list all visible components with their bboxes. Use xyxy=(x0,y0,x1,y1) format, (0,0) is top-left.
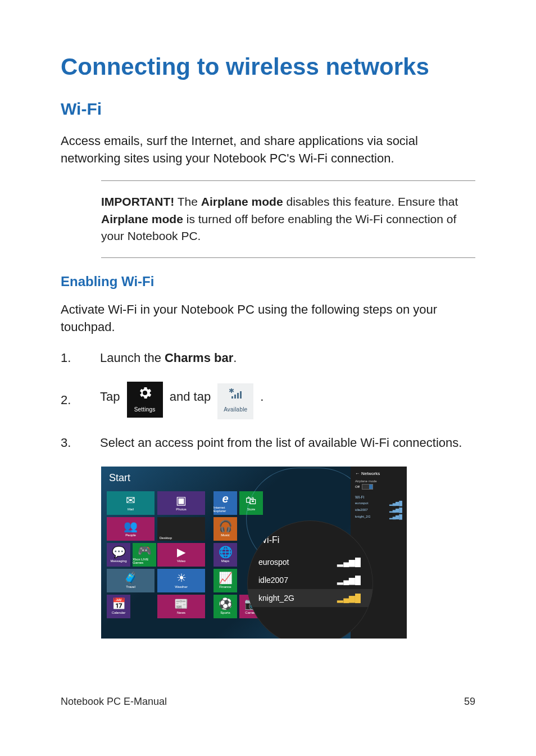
photos-icon: ▣ xyxy=(176,495,187,506)
network-item[interactable]: idle2007▂▄▆█ xyxy=(355,508,402,513)
tile-maps[interactable]: 🌐Maps xyxy=(214,543,237,567)
gear-icon xyxy=(137,385,153,404)
tile-people-label: People xyxy=(125,533,136,537)
settings-charm-tile[interactable]: Settings xyxy=(127,382,163,418)
tile-desktop[interactable]: Desktop xyxy=(157,517,205,541)
tile-calendar[interactable]: 📅Calendar xyxy=(107,595,130,618)
tile-video[interactable]: ▶Video xyxy=(157,543,205,567)
tile-maps-label: Maps xyxy=(221,559,230,563)
step-3: 3. Select an access point from the list … xyxy=(61,434,475,452)
step-2-number: 2. xyxy=(61,391,73,409)
wifi-network-row[interactable]: eurospot▂▄▆█ xyxy=(247,553,373,571)
news-icon: 📰 xyxy=(174,598,188,609)
step-2-post: . xyxy=(260,390,264,404)
enabling-intro: Activate Wi-Fi in your Notebook PC using… xyxy=(61,301,475,336)
tile-news[interactable]: 📰News xyxy=(157,595,205,618)
travel-icon: 🧳 xyxy=(124,572,138,583)
tile-music-label: Music xyxy=(221,533,230,537)
screenshot-figure: Start ✉Mail ▣Photos eInternet Explorer 🛍… xyxy=(101,467,407,639)
page-footer: Notebook PC E-Manual 59 xyxy=(61,696,475,708)
note-text-1: The xyxy=(174,195,201,208)
footer-page-number: 59 xyxy=(464,696,475,708)
signal-bars-icon: ▂▄▆█ xyxy=(337,576,361,585)
tile-sports[interactable]: ⚽Sports xyxy=(214,595,237,618)
maps-icon: 🌐 xyxy=(219,546,233,558)
airplane-mode-row: Off xyxy=(355,484,402,490)
svg-rect-2 xyxy=(234,395,236,399)
section-heading-wifi: Wi-Fi xyxy=(61,99,475,119)
tile-travel[interactable]: 🧳Travel xyxy=(107,569,155,592)
tile-ie-label: Internet Explorer xyxy=(214,506,237,513)
step-1-number: 1. xyxy=(61,349,73,367)
svg-rect-4 xyxy=(240,391,242,399)
step-1-post: . xyxy=(233,351,237,365)
step-1: 1. Launch the Charms bar. xyxy=(61,349,475,367)
tile-weather-label: Weather xyxy=(175,585,188,588)
tile-calendar-label: Calendar xyxy=(112,611,125,614)
svg-rect-3 xyxy=(237,393,239,399)
network-item-label: knight_2G xyxy=(355,515,370,518)
airplane-mode-state: Off xyxy=(355,485,360,488)
step-3-text: Select an access point from the list of … xyxy=(100,434,475,452)
step-2: 2. Tap Settings and tap ✱ xyxy=(61,382,475,419)
tile-messaging[interactable]: 💬Messaging xyxy=(107,543,130,567)
finance-icon: 📈 xyxy=(219,572,233,583)
footer-doc-title: Notebook PC E-Manual xyxy=(61,696,167,708)
weather-icon: ☀ xyxy=(176,572,187,583)
settings-charm-label: Settings xyxy=(134,406,156,414)
step-2-pre: Tap xyxy=(100,390,124,404)
step-3-number: 3. xyxy=(61,434,73,452)
tile-mail-label: Mail xyxy=(128,508,134,511)
calendar-icon: 📅 xyxy=(112,598,126,609)
signal-bars-icon: ▂▄▆█ xyxy=(389,514,402,519)
back-arrow-icon[interactable]: ← xyxy=(355,471,360,476)
signal-bars-icon: ▂▄▆█ xyxy=(389,508,402,513)
note-text-2: disables this feature. Ensure that xyxy=(283,195,458,208)
tile-photos-label: Photos xyxy=(176,508,187,511)
available-network-label: Available xyxy=(224,406,247,414)
store-icon: 🛍 xyxy=(246,495,257,506)
tile-desktop-label: Desktop xyxy=(160,536,172,540)
wifi-network-name: eurospot xyxy=(258,558,289,567)
wifi-network-row[interactable]: idle2007▂▄▆█ xyxy=(247,571,373,589)
tile-games[interactable]: 🎮Xbox LIVE Games xyxy=(133,543,156,567)
video-icon: ▶ xyxy=(177,546,185,558)
tile-photos[interactable]: ▣Photos xyxy=(157,491,205,515)
wifi-network-name: knight_2G xyxy=(258,594,294,603)
note-term-1: Airplane mode xyxy=(201,195,283,208)
note-label: IMPORTANT! xyxy=(101,195,174,208)
networks-wifi-section: Wi-Fi xyxy=(355,495,402,499)
signal-bars-icon: ▂▄▆█ xyxy=(337,594,361,603)
signal-bars-icon: ▂▄▆█ xyxy=(337,558,361,567)
network-item[interactable]: knight_2G▂▄▆█ xyxy=(355,514,402,519)
sports-icon: ⚽ xyxy=(219,598,233,609)
tile-finance-label: Finance xyxy=(219,585,231,588)
tile-weather[interactable]: ☀Weather xyxy=(157,569,205,592)
tile-finance[interactable]: 📈Finance xyxy=(214,569,237,592)
tile-people[interactable]: 👥People xyxy=(107,517,155,541)
tile-sports-label: Sports xyxy=(220,611,230,614)
available-network-tile[interactable]: ✱ Available xyxy=(217,383,253,419)
step-1-pre: Launch the xyxy=(100,351,165,365)
network-item[interactable]: eurospot▂▄▆█ xyxy=(355,501,402,506)
games-icon: 🎮 xyxy=(138,545,152,556)
networks-panel-title: ←Networks xyxy=(355,471,402,476)
tile-ie[interactable]: eInternet Explorer xyxy=(214,491,237,515)
wifi-network-row[interactable]: knight_2G▂▄▆█ xyxy=(247,589,373,607)
mail-icon: ✉ xyxy=(126,495,135,506)
page-title: Connecting to wireless networks xyxy=(61,53,475,80)
svg-text:✱: ✱ xyxy=(229,388,234,395)
messaging-icon: 💬 xyxy=(112,546,126,558)
start-screen-label: Start xyxy=(109,472,130,484)
network-item-label: eurospot xyxy=(355,501,368,505)
tile-store[interactable]: 🛍Store xyxy=(239,491,263,515)
tile-games-label: Xbox LIVE Games xyxy=(133,558,156,564)
wifi-popup-zoom: Wi-Fi eurospot▂▄▆█ idle2007▂▄▆█ knight_2… xyxy=(247,520,373,639)
tile-music[interactable]: 🎧Music xyxy=(214,517,237,541)
tile-video-label: Video xyxy=(177,559,185,563)
tile-mail[interactable]: ✉Mail xyxy=(107,491,155,515)
airplane-mode-toggle[interactable] xyxy=(362,484,373,490)
people-icon: 👥 xyxy=(124,520,138,532)
music-icon: 🎧 xyxy=(219,520,233,532)
note-term-2: Airplane mode xyxy=(101,212,183,225)
